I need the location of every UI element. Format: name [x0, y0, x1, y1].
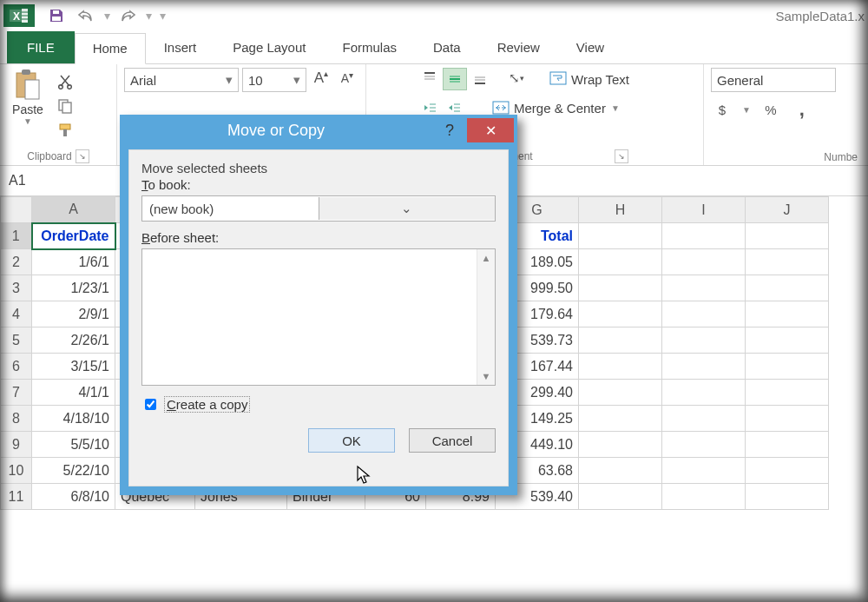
row-header[interactable]: 9 [1, 432, 32, 458]
shrink-font-icon[interactable]: A▾ [336, 68, 358, 89]
chevron-down-icon[interactable]: ⌄ [319, 197, 496, 220]
row-header[interactable]: 4 [1, 301, 32, 327]
cell[interactable] [662, 380, 746, 406]
cell[interactable] [579, 458, 662, 484]
cell[interactable] [746, 301, 829, 327]
font-size-select[interactable]: 10▾ [242, 68, 306, 92]
cell[interactable]: 3/15/1 [32, 354, 115, 380]
cell[interactable] [579, 484, 662, 510]
column-header[interactable]: A [32, 197, 115, 223]
cell[interactable] [662, 354, 746, 380]
name-box[interactable]: A1 [0, 166, 121, 195]
cell[interactable] [746, 354, 829, 380]
cell[interactable] [662, 275, 746, 301]
cell[interactable] [579, 301, 662, 327]
cell[interactable] [662, 223, 746, 249]
row-header[interactable]: 3 [1, 275, 32, 301]
cell[interactable] [579, 380, 662, 406]
align-top-icon[interactable] [418, 68, 441, 89]
tab-review[interactable]: Review [479, 32, 558, 63]
row-header[interactable]: 10 [1, 458, 32, 484]
cell[interactable]: 4/18/10 [32, 406, 115, 432]
wrap-text-icon[interactable] [547, 68, 569, 89]
alignment-launcher[interactable]: ↘ [615, 149, 628, 163]
cell[interactable] [579, 327, 662, 354]
clipboard-launcher[interactable]: ↘ [76, 149, 89, 163]
cell[interactable] [662, 406, 746, 432]
save-button[interactable] [42, 3, 71, 29]
cell[interactable]: 5/5/10 [32, 432, 115, 458]
number-format-select[interactable]: General [711, 68, 836, 92]
cell[interactable]: 4/1/1 [32, 380, 115, 406]
percent-icon[interactable]: % [760, 99, 782, 120]
row-header[interactable]: 1 [1, 223, 32, 249]
tab-view[interactable]: View [558, 32, 622, 63]
cell[interactable] [746, 484, 829, 510]
cell[interactable]: 5/22/10 [32, 458, 115, 484]
cell[interactable] [662, 301, 746, 327]
tab-page-layout[interactable]: Page Layout [214, 32, 324, 63]
tab-formulas[interactable]: Formulas [324, 32, 415, 63]
tab-insert[interactable]: Insert [146, 32, 215, 63]
align-bottom-icon[interactable] [469, 68, 491, 89]
row-header[interactable]: 7 [1, 380, 32, 406]
cell[interactable]: OrderDate [32, 223, 115, 249]
row-header[interactable]: 11 [1, 484, 32, 510]
cell[interactable] [746, 380, 829, 406]
tab-file[interactable]: FILE [7, 31, 75, 63]
create-copy-label[interactable]: Create a copy [164, 396, 250, 413]
cell[interactable]: 1/6/1 [32, 249, 115, 275]
qat-customize[interactable]: ▾ [155, 3, 170, 29]
cell[interactable] [579, 354, 662, 380]
column-header[interactable]: I [662, 197, 746, 223]
dialog-close-button[interactable]: ✕ [467, 118, 514, 142]
cell[interactable]: 1/23/1 [32, 275, 115, 301]
cell[interactable] [662, 458, 746, 484]
comma-icon[interactable]: , [791, 99, 813, 120]
tab-home[interactable]: Home [75, 33, 146, 64]
row-header[interactable]: 8 [1, 406, 32, 432]
undo-button[interactable] [71, 3, 101, 29]
before-sheet-listbox[interactable]: ▲▼ [141, 248, 496, 386]
merge-label[interactable]: Merge & Center [514, 101, 606, 116]
wrap-text-label[interactable]: Wrap Text [571, 72, 629, 87]
cell[interactable] [746, 327, 829, 354]
cell[interactable] [746, 249, 829, 275]
grow-font-icon[interactable]: A▴ [310, 68, 332, 89]
to-book-combo[interactable]: (new book) ⌄ [141, 195, 496, 222]
row-header[interactable]: 2 [1, 249, 32, 275]
cell[interactable] [579, 223, 662, 249]
cell[interactable] [662, 432, 746, 458]
cell[interactable]: 6/8/10 [32, 484, 115, 510]
format-painter-button[interactable] [54, 120, 76, 141]
cell[interactable]: 2/9/1 [32, 301, 115, 327]
currency-icon[interactable]: $ [711, 99, 733, 120]
cell[interactable] [746, 458, 829, 484]
undo-dropdown[interactable]: ▾ [101, 3, 113, 29]
dialog-help-button[interactable]: ? [432, 122, 467, 140]
cell[interactable] [746, 406, 829, 432]
listbox-scrollbar[interactable]: ▲▼ [477, 249, 495, 385]
cancel-button[interactable]: Cancel [409, 428, 496, 453]
row-header[interactable]: 5 [1, 327, 32, 354]
row-header[interactable]: 6 [1, 354, 32, 380]
cell[interactable] [662, 249, 746, 275]
cell[interactable] [746, 275, 829, 301]
cell[interactable] [746, 223, 829, 249]
tab-data[interactable]: Data [415, 32, 479, 63]
paste-button[interactable]: Paste ▼ [7, 68, 49, 126]
cell[interactable] [579, 432, 662, 458]
cell[interactable]: 2/26/1 [32, 327, 115, 354]
redo-dropdown[interactable]: ▾ [142, 3, 155, 29]
column-header[interactable]: H [579, 197, 662, 223]
ok-button[interactable]: OK [308, 428, 395, 453]
cell[interactable] [579, 406, 662, 432]
cell[interactable] [579, 275, 662, 301]
cell[interactable] [579, 249, 662, 275]
font-name-select[interactable]: Arial▾ [124, 68, 239, 92]
cell[interactable] [746, 432, 829, 458]
create-copy-checkbox[interactable] [145, 399, 156, 410]
copy-button[interactable] [54, 96, 76, 116]
redo-button[interactable] [113, 3, 142, 29]
align-middle-icon[interactable] [443, 68, 467, 90]
